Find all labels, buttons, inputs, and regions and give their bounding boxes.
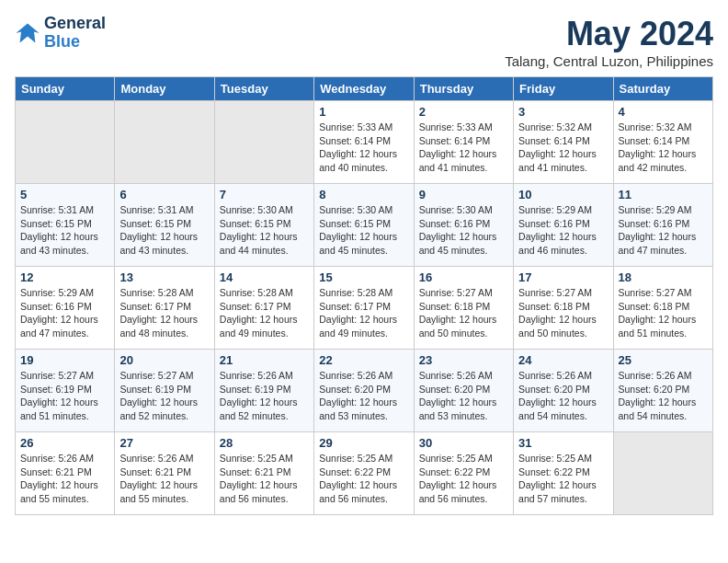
day-info: Sunrise: 5:27 AM Sunset: 6:19 PM Dayligh… xyxy=(20,369,109,423)
calendar-day-header: Thursday xyxy=(414,77,513,101)
calendar-cell: 2Sunrise: 5:33 AM Sunset: 6:14 PM Daylig… xyxy=(414,101,513,184)
day-info: Sunrise: 5:27 AM Sunset: 6:18 PM Dayligh… xyxy=(419,286,508,340)
day-number: 1 xyxy=(319,105,408,119)
calendar-cell: 20Sunrise: 5:27 AM Sunset: 6:19 PM Dayli… xyxy=(115,350,214,432)
day-info: Sunrise: 5:30 AM Sunset: 6:15 PM Dayligh… xyxy=(220,203,309,258)
logo: General Blue xyxy=(15,15,106,52)
day-number: 28 xyxy=(220,436,309,450)
day-info: Sunrise: 5:33 AM Sunset: 6:14 PM Dayligh… xyxy=(319,121,408,175)
day-number: 6 xyxy=(119,188,209,201)
day-number: 7 xyxy=(220,188,309,201)
calendar-week-row: 19Sunrise: 5:27 AM Sunset: 6:19 PM Dayli… xyxy=(16,350,713,432)
day-number: 15 xyxy=(319,270,408,284)
day-number: 29 xyxy=(319,436,408,450)
calendar-cell: 8Sunrise: 5:30 AM Sunset: 6:15 PM Daylig… xyxy=(314,184,414,267)
logo-icon xyxy=(15,20,40,46)
day-number: 13 xyxy=(119,270,209,284)
day-number: 8 xyxy=(319,188,408,201)
calendar-cell: 16Sunrise: 5:27 AM Sunset: 6:18 PM Dayli… xyxy=(414,267,513,350)
calendar-cell: 11Sunrise: 5:29 AM Sunset: 6:16 PM Dayli… xyxy=(613,184,712,267)
day-number: 3 xyxy=(518,105,608,119)
calendar-cell: 18Sunrise: 5:27 AM Sunset: 6:18 PM Dayli… xyxy=(613,267,712,350)
day-info: Sunrise: 5:25 AM Sunset: 6:22 PM Dayligh… xyxy=(518,452,608,506)
day-info: Sunrise: 5:28 AM Sunset: 6:17 PM Dayligh… xyxy=(220,286,309,340)
calendar-day-header: Sunday xyxy=(16,77,115,101)
calendar-cell: 28Sunrise: 5:25 AM Sunset: 6:21 PM Dayli… xyxy=(214,432,313,515)
day-number: 20 xyxy=(119,353,209,367)
calendar-cell: 22Sunrise: 5:26 AM Sunset: 6:20 PM Dayli… xyxy=(314,350,414,432)
logo-text: General Blue xyxy=(44,15,106,52)
day-info: Sunrise: 5:27 AM Sunset: 6:19 PM Dayligh… xyxy=(119,369,209,423)
day-info: Sunrise: 5:31 AM Sunset: 6:15 PM Dayligh… xyxy=(119,203,209,258)
calendar-cell: 9Sunrise: 5:30 AM Sunset: 6:16 PM Daylig… xyxy=(414,184,513,267)
day-info: Sunrise: 5:26 AM Sunset: 6:20 PM Dayligh… xyxy=(619,369,708,423)
day-info: Sunrise: 5:31 AM Sunset: 6:15 PM Dayligh… xyxy=(20,203,109,258)
calendar-cell: 29Sunrise: 5:25 AM Sunset: 6:22 PM Dayli… xyxy=(314,432,414,515)
page-header: General Blue May 2024 Talang, Central Lu… xyxy=(15,15,713,69)
day-info: Sunrise: 5:27 AM Sunset: 6:18 PM Dayligh… xyxy=(619,286,708,340)
day-info: Sunrise: 5:33 AM Sunset: 6:14 PM Dayligh… xyxy=(419,121,508,175)
day-info: Sunrise: 5:26 AM Sunset: 6:20 PM Dayligh… xyxy=(518,369,608,423)
day-info: Sunrise: 5:26 AM Sunset: 6:21 PM Dayligh… xyxy=(119,452,209,506)
calendar-week-row: 12Sunrise: 5:29 AM Sunset: 6:16 PM Dayli… xyxy=(16,267,713,350)
day-number: 14 xyxy=(220,270,309,284)
calendar-cell: 27Sunrise: 5:26 AM Sunset: 6:21 PM Dayli… xyxy=(115,432,214,515)
day-info: Sunrise: 5:25 AM Sunset: 6:22 PM Dayligh… xyxy=(419,452,508,506)
title-block: May 2024 Talang, Central Luzon, Philippi… xyxy=(505,15,713,69)
calendar-cell: 31Sunrise: 5:25 AM Sunset: 6:22 PM Dayli… xyxy=(514,432,613,515)
day-number: 21 xyxy=(220,353,309,367)
day-info: Sunrise: 5:28 AM Sunset: 6:17 PM Dayligh… xyxy=(119,286,209,340)
day-number: 30 xyxy=(419,436,508,450)
day-info: Sunrise: 5:32 AM Sunset: 6:14 PM Dayligh… xyxy=(518,121,608,175)
calendar-cell: 21Sunrise: 5:26 AM Sunset: 6:19 PM Dayli… xyxy=(214,350,313,432)
calendar-day-header: Monday xyxy=(115,77,214,101)
day-number: 24 xyxy=(518,353,608,367)
day-info: Sunrise: 5:29 AM Sunset: 6:16 PM Dayligh… xyxy=(619,203,708,258)
day-info: Sunrise: 5:29 AM Sunset: 6:16 PM Dayligh… xyxy=(518,203,608,258)
calendar-cell xyxy=(16,101,115,184)
calendar-cell xyxy=(115,101,214,184)
day-number: 4 xyxy=(619,105,708,119)
day-info: Sunrise: 5:26 AM Sunset: 6:20 PM Dayligh… xyxy=(319,369,408,423)
day-info: Sunrise: 5:25 AM Sunset: 6:21 PM Dayligh… xyxy=(220,452,309,506)
calendar-cell: 7Sunrise: 5:30 AM Sunset: 6:15 PM Daylig… xyxy=(214,184,313,267)
calendar-day-header: Saturday xyxy=(613,77,712,101)
calendar-day-header: Tuesday xyxy=(214,77,313,101)
day-info: Sunrise: 5:26 AM Sunset: 6:20 PM Dayligh… xyxy=(419,369,508,423)
day-number: 26 xyxy=(20,436,109,450)
calendar-cell: 1Sunrise: 5:33 AM Sunset: 6:14 PM Daylig… xyxy=(314,101,414,184)
calendar-day-header: Wednesday xyxy=(314,77,414,101)
calendar-cell: 13Sunrise: 5:28 AM Sunset: 6:17 PM Dayli… xyxy=(115,267,214,350)
day-info: Sunrise: 5:32 AM Sunset: 6:14 PM Dayligh… xyxy=(619,121,708,175)
day-number: 16 xyxy=(419,270,508,284)
svg-marker-0 xyxy=(16,23,39,42)
calendar-body: 1Sunrise: 5:33 AM Sunset: 6:14 PM Daylig… xyxy=(16,101,713,515)
calendar-cell: 19Sunrise: 5:27 AM Sunset: 6:19 PM Dayli… xyxy=(16,350,115,432)
day-info: Sunrise: 5:29 AM Sunset: 6:16 PM Dayligh… xyxy=(20,286,109,340)
day-number: 12 xyxy=(20,270,109,284)
day-number: 18 xyxy=(619,270,708,284)
day-number: 2 xyxy=(419,105,508,119)
calendar-week-row: 26Sunrise: 5:26 AM Sunset: 6:21 PM Dayli… xyxy=(16,432,713,515)
day-number: 31 xyxy=(518,436,608,450)
day-number: 19 xyxy=(20,353,109,367)
calendar-cell: 6Sunrise: 5:31 AM Sunset: 6:15 PM Daylig… xyxy=(115,184,214,267)
day-number: 22 xyxy=(319,353,408,367)
day-info: Sunrise: 5:28 AM Sunset: 6:17 PM Dayligh… xyxy=(319,286,408,340)
calendar-cell xyxy=(214,101,313,184)
day-number: 9 xyxy=(419,188,508,201)
calendar-cell: 4Sunrise: 5:32 AM Sunset: 6:14 PM Daylig… xyxy=(613,101,712,184)
calendar-cell: 26Sunrise: 5:26 AM Sunset: 6:21 PM Dayli… xyxy=(16,432,115,515)
day-info: Sunrise: 5:26 AM Sunset: 6:19 PM Dayligh… xyxy=(220,369,309,423)
calendar-week-row: 5Sunrise: 5:31 AM Sunset: 6:15 PM Daylig… xyxy=(16,184,713,267)
day-number: 25 xyxy=(619,353,708,367)
location-title: Talang, Central Luzon, Philippines xyxy=(505,53,713,69)
calendar-cell xyxy=(613,432,712,515)
calendar-cell: 3Sunrise: 5:32 AM Sunset: 6:14 PM Daylig… xyxy=(514,101,613,184)
calendar-week-row: 1Sunrise: 5:33 AM Sunset: 6:14 PM Daylig… xyxy=(16,101,713,184)
day-info: Sunrise: 5:30 AM Sunset: 6:15 PM Dayligh… xyxy=(319,203,408,258)
calendar-header-row: SundayMondayTuesdayWednesdayThursdayFrid… xyxy=(16,77,713,101)
day-number: 11 xyxy=(619,188,708,201)
calendar-cell: 30Sunrise: 5:25 AM Sunset: 6:22 PM Dayli… xyxy=(414,432,513,515)
calendar-cell: 14Sunrise: 5:28 AM Sunset: 6:17 PM Dayli… xyxy=(214,267,313,350)
